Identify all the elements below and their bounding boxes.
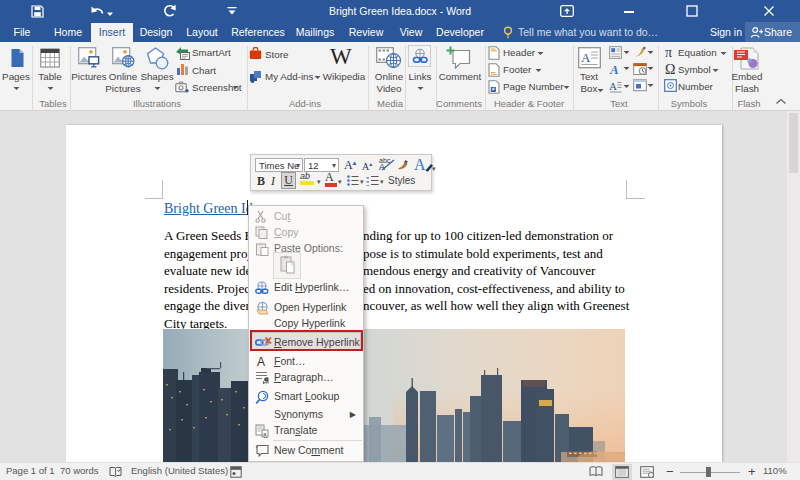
svg-text:A: A: [581, 50, 591, 65]
svg-text:A: A: [609, 80, 617, 92]
svg-text:#: #: [492, 86, 495, 92]
